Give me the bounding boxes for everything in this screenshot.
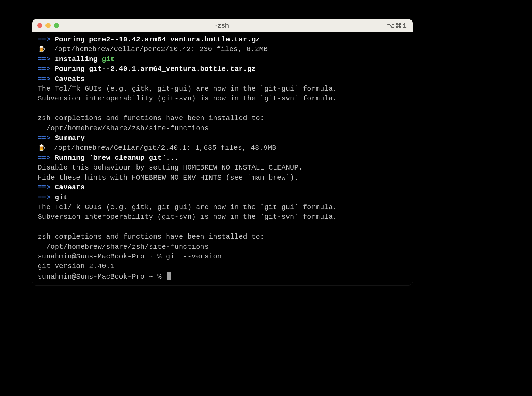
minimize-button[interactable] — [45, 23, 51, 28]
arrow-icon: ==> — [38, 193, 51, 201]
beer-icon: 🍺 — [38, 46, 45, 53]
output-line: Hide these hints with HOMEBREW_NO_ENV_HI… — [32, 173, 413, 183]
output-text: /opt/homebrew/Cellar/pcre2/10.42: 230 fi… — [45, 45, 268, 53]
output-text: git — [50, 193, 67, 201]
arrow-icon: ==> — [38, 134, 51, 142]
output-line: The Tcl/Tk GUIs (e.g. gitk, git-gui) are… — [32, 203, 413, 212]
arrow-icon: ==> — [38, 154, 51, 162]
output-line: zsh completions and functions have been … — [32, 232, 413, 242]
output-line: ==> Summary — [32, 133, 413, 143]
output-text: Running `brew cleanup git`... — [50, 154, 178, 162]
arrow-icon: ==> — [38, 55, 51, 63]
arrow-icon: ==> — [38, 75, 51, 83]
output-line: git version 2.40.1 — [32, 262, 413, 271]
output-text: /opt/homebrew/Cellar/git/2.40.1: 1,635 f… — [45, 144, 276, 152]
output-line — [32, 104, 413, 114]
output-line: 🍺 /opt/homebrew/Cellar/git/2.40.1: 1,635… — [32, 143, 413, 153]
output-line: ==> Pouring git--2.40.1.arm64_ventura.bo… — [32, 64, 413, 74]
window-shortcut: ⌥⌘1 — [387, 22, 407, 30]
output-text: Pouring pcre2--10.42.arm64_ventura.bottl… — [50, 35, 260, 43]
output-line: zsh completions and functions have been … — [32, 114, 413, 123]
output-line: Subversion interoperability (git-svn) is… — [32, 94, 413, 104]
window-title: -zsh — [215, 22, 229, 30]
beer-icon: 🍺 — [38, 145, 45, 151]
arrow-icon: ==> — [38, 183, 51, 191]
prompt-text: sunahmin@Suns-MacBook-Pro ~ % — [38, 273, 166, 281]
output-text: Pouring git--2.40.1.arm64_ventura.bottle… — [50, 65, 256, 73]
arrow-icon: ==> — [38, 35, 51, 43]
package-name: git — [102, 55, 115, 63]
output-line: ==> Running `brew cleanup git`... — [32, 153, 413, 163]
prompt-line[interactable]: sunahmin@Suns-MacBook-Pro ~ % — [32, 272, 413, 282]
output-line: ==> Caveats — [32, 74, 413, 84]
output-line — [32, 222, 413, 232]
terminal-window: -zsh ⌥⌘1 ==> Pouring pcre2--10.42.arm64_… — [32, 19, 413, 285]
output-text: Summary — [50, 134, 85, 142]
output-line: ==> Caveats — [32, 183, 413, 192]
zoom-button[interactable] — [54, 23, 59, 28]
output-line: /opt/homebrew/share/zsh/site-functions — [32, 124, 413, 133]
terminal-output[interactable]: ==> Pouring pcre2--10.42.arm64_ventura.b… — [32, 32, 413, 285]
output-line: ==> git — [32, 193, 413, 203]
title-bar[interactable]: -zsh ⌥⌘1 — [32, 19, 413, 32]
output-text: Caveats — [50, 75, 85, 83]
output-text: Caveats — [50, 183, 85, 191]
cursor-icon — [167, 272, 171, 280]
output-line: The Tcl/Tk GUIs (e.g. gitk, git-gui) are… — [32, 84, 413, 94]
arrow-icon: ==> — [38, 65, 51, 73]
output-line: Disable this behaviour by setting HOMEBR… — [32, 163, 413, 173]
output-line: sunahmin@Suns-MacBook-Pro ~ % git --vers… — [32, 252, 413, 262]
output-text: Installing — [50, 55, 102, 63]
traffic-lights — [37, 23, 59, 28]
close-button[interactable] — [37, 23, 42, 28]
output-line: ==> Installing git — [32, 55, 413, 64]
output-line: 🍺 /opt/homebrew/Cellar/pcre2/10.42: 230 … — [32, 44, 413, 54]
output-line: /opt/homebrew/share/zsh/site-functions — [32, 242, 413, 252]
output-line: Subversion interoperability (git-svn) is… — [32, 212, 413, 222]
output-line: ==> Pouring pcre2--10.42.arm64_ventura.b… — [32, 35, 413, 44]
